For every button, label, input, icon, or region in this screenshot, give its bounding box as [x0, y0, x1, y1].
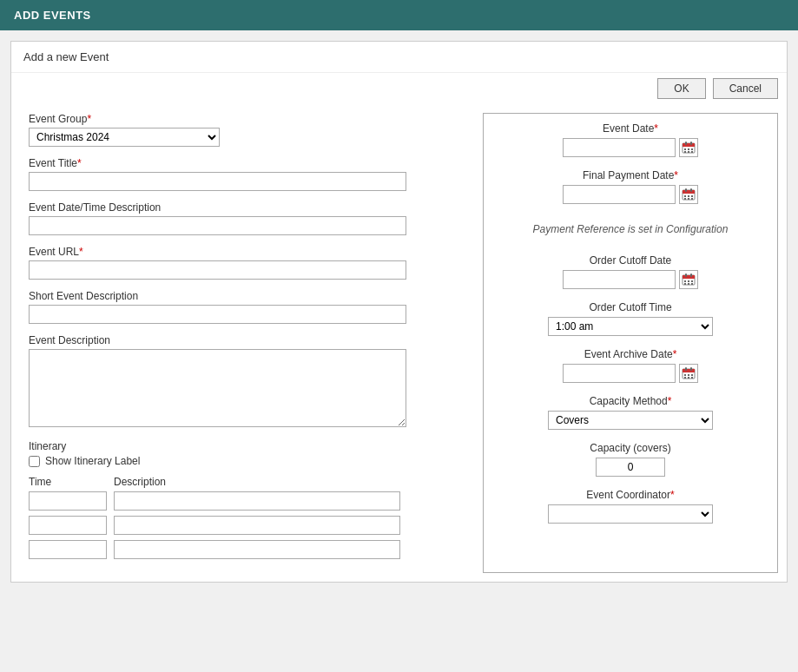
ok-button[interactable]: OK: [657, 78, 705, 99]
event-url-field: Event URL*: [29, 246, 457, 280]
calendar-icon-4: [682, 366, 696, 380]
event-group-label: Event Group*: [29, 113, 457, 125]
svg-rect-21: [683, 275, 695, 279]
order-cutoff-date-field: Order Cutoff Date: [501, 254, 760, 289]
cancel-button[interactable]: Cancel: [713, 78, 778, 99]
order-cutoff-date-label: Order Cutoff Date: [590, 254, 672, 267]
event-date-label: Event Date*: [603, 122, 658, 135]
short-desc-field: Short Event Description: [29, 290, 457, 324]
svg-rect-17: [684, 198, 686, 200]
order-cutoff-time-select[interactable]: 1:00 am 2:00 am 3:00 am 12:00 pm: [548, 317, 713, 336]
section-title-text: Add a new Event: [23, 50, 109, 63]
header-title: ADD EVENTS: [14, 9, 91, 22]
svg-rect-19: [691, 198, 693, 200]
event-desc-label: Event Description: [29, 334, 457, 346]
right-panel: Event Date*: [483, 113, 778, 573]
event-archive-date-input[interactable]: [563, 364, 676, 383]
svg-rect-31: [683, 369, 695, 372]
short-desc-input[interactable]: [29, 305, 406, 324]
itinerary-row-1: [29, 491, 457, 511]
final-payment-date-calendar-button[interactable]: [679, 185, 698, 204]
event-title-label: Event Title*: [29, 157, 457, 169]
event-coordinator-select[interactable]: [548, 504, 713, 524]
show-itinerary-label: Show Itinerary Label: [45, 455, 140, 467]
itinerary-row-3: [29, 540, 457, 559]
capacity-method-label: Capacity Method*: [590, 395, 672, 407]
show-itinerary-checkbox[interactable]: [29, 456, 40, 467]
event-url-input[interactable]: [29, 260, 406, 280]
svg-rect-25: [688, 280, 689, 282]
event-date-calendar-button[interactable]: [679, 138, 698, 157]
itinerary-section: Itinerary Show Itinerary Label Time Desc…: [29, 440, 457, 559]
event-archive-date-field: Event Archive Date*: [501, 348, 760, 383]
payment-reference-text: Payment Reference is set in Configuratio…: [533, 223, 729, 235]
svg-rect-26: [691, 280, 693, 282]
order-cutoff-date-calendar-button[interactable]: [679, 270, 698, 289]
svg-rect-15: [688, 195, 689, 197]
svg-rect-28: [688, 283, 689, 285]
show-itinerary-row: Show Itinerary Label: [29, 455, 457, 467]
svg-rect-23: [690, 273, 692, 277]
time-input-3[interactable]: [29, 540, 107, 559]
calendar-icon: [682, 141, 696, 155]
itinerary-row-2: [29, 516, 457, 535]
final-payment-date-input[interactable]: [563, 185, 676, 204]
final-payment-date-row: [563, 185, 698, 204]
event-desc-field: Event Description: [29, 334, 457, 430]
event-group-field: Event Group* Christmas 2024: [29, 113, 457, 147]
event-url-label: Event URL*: [29, 246, 457, 258]
time-input-2[interactable]: [29, 516, 107, 535]
time-desc-header: Time Description: [29, 476, 457, 488]
order-cutoff-date-row: [563, 270, 698, 289]
time-input-1[interactable]: [29, 491, 107, 511]
event-coordinator-label: Event Coordinator*: [586, 489, 674, 501]
event-archive-date-row: [563, 364, 698, 383]
svg-rect-24: [684, 280, 686, 282]
event-datetime-field: Event Date/Time Description: [29, 201, 457, 235]
svg-rect-32: [685, 367, 687, 371]
svg-rect-7: [684, 151, 686, 153]
order-cutoff-time-label: Order Cutoff Time: [589, 301, 671, 313]
short-desc-label: Short Event Description: [29, 290, 457, 302]
desc-input-3[interactable]: [114, 540, 400, 559]
svg-rect-37: [684, 377, 686, 379]
event-title-input[interactable]: [29, 172, 406, 191]
svg-rect-35: [688, 374, 689, 376]
svg-rect-1: [683, 143, 695, 147]
event-coordinator-field: Event Coordinator*: [501, 489, 760, 524]
event-archive-date-label: Event Archive Date*: [584, 348, 677, 360]
capacity-covers-label: Capacity (covers): [590, 442, 670, 454]
desc-input-1[interactable]: [114, 491, 400, 511]
final-payment-date-field: Final Payment Date*: [501, 169, 760, 204]
event-date-input[interactable]: [563, 138, 676, 157]
event-group-select[interactable]: Christmas 2024: [29, 128, 220, 147]
event-datetime-label: Event Date/Time Description: [29, 201, 457, 214]
calendar-icon-2: [682, 188, 696, 201]
order-cutoff-time-field: Order Cutoff Time 1:00 am 2:00 am 3:00 a…: [501, 301, 760, 336]
svg-rect-18: [688, 198, 689, 200]
itinerary-label: Itinerary: [29, 440, 457, 452]
svg-rect-33: [690, 367, 692, 371]
desc-input-2[interactable]: [114, 516, 400, 535]
page-header: ADD EVENTS: [0, 0, 798, 30]
event-datetime-input[interactable]: [29, 216, 406, 235]
svg-rect-22: [685, 273, 687, 277]
final-payment-date-label: Final Payment Date*: [583, 169, 678, 181]
capacity-method-select[interactable]: Covers People None: [548, 411, 713, 430]
capacity-covers-field: Capacity (covers): [501, 442, 760, 477]
payment-reference-note: Payment Reference is set in Configuratio…: [501, 216, 760, 242]
event-archive-date-calendar-button[interactable]: [679, 364, 698, 383]
svg-rect-9: [691, 151, 693, 153]
form-title: Add a new Event: [11, 42, 787, 73]
event-desc-textarea[interactable]: [29, 349, 406, 427]
capacity-covers-input[interactable]: [596, 458, 665, 477]
order-cutoff-date-input[interactable]: [563, 270, 676, 289]
svg-rect-6: [691, 148, 693, 150]
svg-rect-3: [690, 142, 692, 145]
svg-rect-8: [688, 151, 689, 153]
desc-col-label: Description: [114, 476, 166, 488]
form-body: Event Group* Christmas 2024 Event Title*…: [11, 104, 787, 582]
svg-rect-11: [683, 190, 695, 194]
svg-rect-16: [691, 195, 693, 197]
calendar-icon-3: [682, 273, 696, 287]
